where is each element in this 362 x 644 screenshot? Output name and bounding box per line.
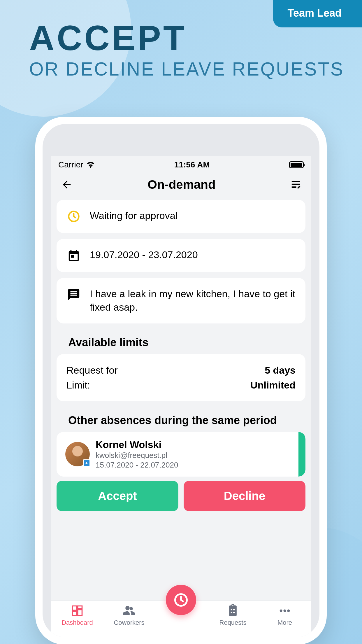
- svg-point-2: [283, 609, 286, 612]
- tab-coworkers-label: Coworkers: [114, 619, 144, 626]
- dashboard-icon: [70, 604, 84, 617]
- carrier-label: Carrier: [58, 160, 83, 169]
- battery-icon: [289, 161, 304, 168]
- absences-title: Other absences during the same period: [57, 407, 305, 432]
- headline-primary: ACCEPT: [29, 20, 344, 55]
- avatar-badge-icon: +: [83, 459, 90, 467]
- page-title: On-demand: [147, 178, 215, 192]
- status-card: Waiting for approval: [57, 200, 305, 233]
- limit-label: Limit:: [66, 379, 90, 391]
- coworkers-icon: [122, 604, 136, 617]
- nav-header: On-demand: [51, 172, 311, 200]
- clock-icon: [66, 209, 81, 224]
- tab-requests-label: Requests: [219, 619, 247, 626]
- requests-icon: [226, 604, 240, 617]
- tab-coworkers[interactable]: Coworkers: [110, 604, 148, 626]
- decline-button[interactable]: Decline: [184, 481, 305, 511]
- edit-icon[interactable]: [290, 179, 302, 190]
- wifi-icon: [86, 162, 95, 168]
- status-strip: [298, 432, 305, 477]
- request-label: Request for: [66, 365, 118, 376]
- date-text: 19.07.2020 - 23.07.2020: [90, 248, 198, 262]
- reason-card: I have a leak in my new kitchen, I have …: [57, 278, 305, 323]
- clock-fab-icon: [173, 592, 189, 608]
- accept-button[interactable]: Accept: [57, 481, 178, 511]
- tab-dashboard-label: Dashboard: [61, 619, 93, 626]
- svg-point-3: [287, 609, 290, 612]
- absence-name: Kornel Wolski: [96, 439, 178, 450]
- headline-secondary: OR DECLINE LEAVE REQUESTS: [29, 58, 344, 80]
- phone-frame: Carrier 11:56 AM On-demand Waiting for a…: [35, 117, 327, 644]
- back-icon[interactable]: [60, 179, 73, 190]
- more-icon: [278, 604, 292, 617]
- action-row: Accept Decline: [57, 481, 305, 519]
- message-icon: [66, 287, 81, 302]
- absence-item[interactable]: + Kornel Wolski kwolski@freequest.pl 15.…: [57, 432, 305, 477]
- absence-dates: 15.07.2020 - 22.07.2020: [96, 461, 178, 470]
- tab-more[interactable]: More: [266, 604, 304, 626]
- reason-text: I have a leak in my new kitchen, I have …: [90, 287, 296, 314]
- tab-dashboard[interactable]: Dashboard: [58, 604, 96, 626]
- limits-title: Available limits: [57, 329, 305, 354]
- calendar-icon: [66, 248, 81, 263]
- limit-value: Unlimited: [250, 379, 296, 391]
- status-bar: Carrier 11:56 AM: [51, 156, 311, 172]
- svg-point-1: [280, 609, 282, 612]
- tab-more-label: More: [277, 619, 292, 626]
- limits-card: Request for 5 days Limit: Unlimited: [57, 354, 305, 401]
- fab-new-request[interactable]: [166, 585, 196, 615]
- promo-headline: ACCEPT OR DECLINE LEAVE REQUESTS: [29, 20, 344, 80]
- request-value: 5 days: [265, 365, 296, 376]
- app-screen: Carrier 11:56 AM On-demand Waiting for a…: [51, 156, 311, 637]
- clock-label: 11:56 AM: [174, 160, 210, 169]
- tab-requests[interactable]: Requests: [214, 604, 252, 626]
- date-card: 19.07.2020 - 23.07.2020: [57, 239, 305, 272]
- absence-email: kwolski@freequest.pl: [96, 451, 178, 460]
- status-text: Waiting for approval: [90, 209, 178, 223]
